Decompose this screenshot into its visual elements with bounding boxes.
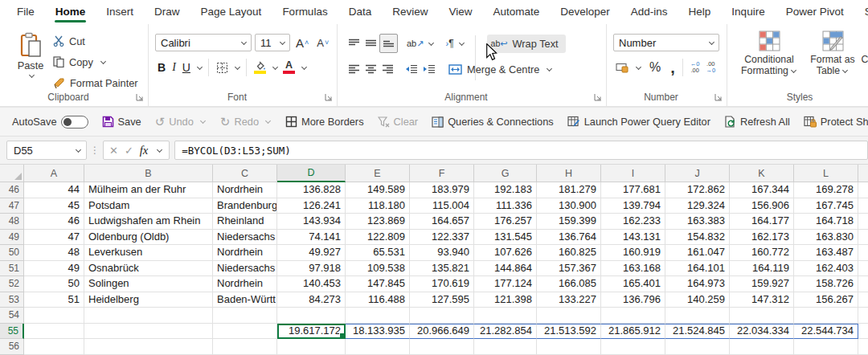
decrease-decimal-button[interactable]: .00→0 (703, 61, 718, 74)
cell-D55[interactable]: 19.617.172 (277, 324, 346, 340)
menu-tab-add-ins[interactable]: Add-ins (620, 0, 678, 24)
cell-L52[interactable]: 158.726 (794, 276, 858, 292)
cell-B47[interactable]: Potsdam (84, 198, 213, 214)
cell-M55[interactable] (858, 324, 868, 340)
cell-D56[interactable] (277, 339, 346, 355)
menu-tab-formulas[interactable]: Formulas (272, 0, 338, 24)
cell-C50[interactable]: Nordrhein (213, 245, 277, 261)
font-size-select[interactable]: 11 (255, 34, 290, 51)
column-header-A[interactable]: A (24, 165, 84, 182)
cell-E50[interactable]: 65.531 (346, 245, 410, 261)
column-header-C[interactable]: C (213, 165, 277, 182)
cell-H48[interactable]: 159.399 (537, 214, 601, 230)
cancel-icon[interactable]: ✕ (109, 145, 118, 157)
cell-A56[interactable] (24, 339, 84, 355)
cell-G50[interactable]: 107.626 (474, 245, 537, 261)
cell-G52[interactable]: 177.124 (474, 276, 537, 292)
font-color-button[interactable]: A (280, 58, 297, 77)
cell-F55[interactable]: 20.966.649 (410, 324, 474, 340)
cell-J54[interactable] (665, 308, 730, 324)
cell-B53[interactable]: Heidelberg (84, 292, 213, 308)
cell-K49[interactable]: 162.173 (730, 230, 794, 246)
align-left-button[interactable] (346, 59, 362, 79)
cell-C56[interactable] (213, 339, 277, 355)
cell-C51[interactable]: Niedersachs (213, 261, 277, 277)
menu-tab-automate[interactable]: Automate (482, 0, 550, 24)
cell-L47[interactable]: 167.745 (794, 198, 858, 214)
cell-M51[interactable] (858, 261, 868, 277)
queries-connections-button[interactable]: Queries & Connections (432, 116, 554, 128)
column-header-D[interactable]: D (277, 165, 346, 182)
copy-button[interactable]: Copy (53, 51, 148, 72)
cell-H53[interactable]: 133.227 (537, 292, 601, 308)
column-header-L[interactable]: L (794, 165, 858, 182)
merge-centre-button[interactable]: Merge & Centre (448, 63, 553, 75)
cell-F46[interactable]: 183.979 (410, 182, 474, 198)
column-header-I[interactable]: I (601, 165, 665, 182)
cell-G46[interactable]: 192.183 (474, 182, 537, 198)
cell-E46[interactable]: 149.589 (346, 182, 410, 198)
cell-J48[interactable]: 163.383 (665, 214, 730, 230)
menu-tab-home[interactable]: Home (45, 0, 96, 24)
menu-tab-data[interactable]: Data (338, 0, 383, 24)
refresh-all-button[interactable]: Refresh All (724, 116, 790, 128)
cell-A55[interactable] (24, 324, 84, 340)
accounting-format-button[interactable] (613, 58, 632, 77)
cell-F54[interactable] (410, 308, 474, 324)
row-header-52[interactable]: 52 (0, 276, 24, 292)
cell-J55[interactable]: 21.524.845 (665, 324, 730, 340)
menu-tab-help[interactable]: Help (678, 0, 722, 24)
cell-M49[interactable] (858, 230, 868, 246)
cell-F47[interactable]: 115.004 (410, 198, 474, 214)
increase-decimal-button[interactable]: ←0.00 (688, 61, 702, 74)
cell-M46[interactable] (858, 182, 868, 198)
cell-A48[interactable]: 46 (24, 214, 84, 230)
cell-K53[interactable]: 147.312 (730, 292, 794, 308)
row-header-54[interactable]: 54 (0, 308, 24, 324)
cell-J50[interactable]: 161.047 (665, 245, 730, 261)
bold-button[interactable]: B (155, 58, 168, 77)
cell-B51[interactable]: Osnabrück (84, 261, 213, 277)
cell-D50[interactable]: 49.927 (277, 245, 346, 261)
alignment-dialog-launcher[interactable] (594, 93, 602, 101)
cell-K46[interactable]: 167.344 (730, 182, 794, 198)
comma-style-button[interactable]: , (668, 58, 678, 77)
insert-function-icon[interactable]: fx (140, 144, 148, 157)
percent-style-button[interactable]: % (647, 58, 663, 77)
menu-tab-file[interactable]: File (6, 0, 45, 24)
italic-button[interactable]: I (170, 58, 178, 77)
cell-J49[interactable]: 154.832 (665, 230, 730, 246)
column-header-K[interactable]: K (730, 165, 794, 182)
cell-A47[interactable]: 45 (24, 198, 84, 214)
cell-M47[interactable] (858, 198, 868, 214)
row-header-53[interactable]: 53 (0, 292, 24, 308)
redo-button[interactable]: ↻ Redo (220, 116, 272, 128)
menu-tab-page-layout[interactable]: Page Layout (190, 0, 272, 24)
top-align-button[interactable] (346, 34, 362, 53)
cell-E53[interactable]: 116.488 (346, 292, 410, 308)
save-button[interactable]: Save (102, 116, 141, 128)
cell-J56[interactable] (665, 339, 730, 355)
cell-F52[interactable]: 170.619 (410, 276, 474, 292)
cell-D48[interactable]: 143.934 (277, 214, 346, 230)
column-header-F[interactable]: F (410, 165, 474, 182)
orientation-button[interactable]: ab↗ (404, 34, 426, 53)
cell-K55[interactable]: 22.034.334 (730, 324, 794, 340)
cell-K54[interactable] (730, 308, 794, 324)
cell-G54[interactable] (474, 308, 537, 324)
cell-J51[interactable]: 164.101 (665, 261, 730, 277)
cell-H54[interactable] (537, 308, 601, 324)
align-center-button[interactable] (362, 59, 379, 79)
cell-L54[interactable] (794, 308, 858, 324)
cut-button[interactable]: Cut (53, 31, 148, 51)
increase-indent-button[interactable] (420, 59, 438, 79)
cell-A46[interactable]: 44 (24, 182, 84, 198)
cell-M52[interactable] (858, 276, 868, 292)
cell-F56[interactable] (410, 339, 474, 355)
menu-tab-script-lab[interactable]: Script Lab (854, 0, 868, 24)
underline-button[interactable]: U (180, 58, 193, 77)
cell-H47[interactable]: 130.900 (537, 198, 601, 214)
cell-B46[interactable]: Mülheim an der Ruhr (84, 182, 213, 198)
cell-M53[interactable] (858, 292, 868, 308)
cell-I48[interactable]: 162.233 (601, 214, 665, 230)
